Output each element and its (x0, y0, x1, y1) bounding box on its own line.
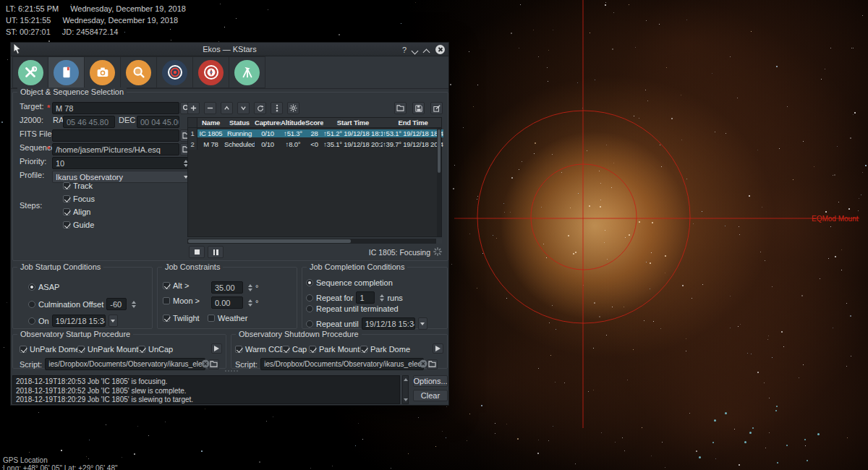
move-job-up-button[interactable] (221, 102, 233, 114)
repeat-until-radio[interactable] (306, 320, 313, 328)
help-button[interactable]: ? (402, 46, 407, 54)
on-datetime-dropdown[interactable] (109, 315, 118, 327)
tab-mount[interactable] (229, 56, 265, 88)
dec-input[interactable]: 00 04 45.00 (137, 116, 179, 128)
culmination-spinbox[interactable]: -60 (106, 298, 127, 310)
ra-input[interactable]: 05 46 45.80 (63, 116, 115, 128)
moon-spinbox[interactable]: 0.00 (211, 296, 243, 309)
shutdown-script-browse-button[interactable] (427, 359, 438, 369)
queue-header-row[interactable]: Name Status Captures Altitude Score Star… (188, 118, 441, 128)
tab-capture[interactable] (85, 56, 121, 88)
sort-jobs-button[interactable] (271, 102, 283, 114)
target-input[interactable]: M 78 (52, 102, 179, 114)
weather-constraint[interactable]: Weather (208, 314, 247, 322)
culmination-radio[interactable] (28, 301, 35, 308)
warm-ccd-option[interactable]: Warm CCD (235, 345, 286, 354)
on-datetime-input[interactable]: 19/12/18 15:34 (52, 315, 106, 327)
options-button[interactable]: Options... (413, 375, 448, 387)
unpark-dome-option[interactable]: UnPark Dome (20, 345, 80, 354)
mosaic-tool-button[interactable] (287, 102, 299, 114)
tab-focus[interactable] (121, 56, 157, 88)
col-name[interactable]: Name (197, 119, 224, 127)
close-button[interactable] (435, 45, 445, 54)
tab-setup[interactable] (12, 56, 48, 88)
col-score[interactable]: Score (305, 119, 323, 127)
startup-script-browse-button[interactable] (208, 359, 219, 369)
remove-job-button[interactable] (204, 102, 216, 114)
on-date-option[interactable]: On 19/12/18 15:34 (28, 315, 118, 327)
move-job-down-button[interactable] (237, 102, 250, 114)
pause-scheduler-button[interactable] (208, 246, 224, 258)
col-captures[interactable]: Captures (255, 119, 281, 127)
splitter-handle[interactable] (217, 370, 246, 373)
run-startup-button[interactable] (211, 343, 222, 354)
tab-align[interactable] (157, 56, 193, 88)
repeat-until-terminated-option[interactable]: Repeat until terminated (306, 304, 399, 313)
guide-checkbox[interactable] (63, 221, 70, 228)
sequence-input[interactable]: /home/jasem/Pictures/HA.esq (52, 143, 179, 155)
park-mount-checkbox[interactable] (309, 346, 316, 353)
repeat-until-option[interactable]: Repeat until 19/12/18 15:34 (306, 317, 427, 330)
on-radio[interactable] (28, 317, 35, 325)
spinner-arrows-icon[interactable] (248, 284, 252, 291)
focus-checkbox[interactable] (63, 195, 70, 202)
repeat-for-option[interactable]: Repeat for 1 runs (306, 291, 403, 304)
step-focus[interactable]: Focus (63, 195, 95, 203)
schedule-queue-table[interactable]: Name Status Captures Altitude Score Star… (187, 117, 442, 237)
altitude-constraint[interactable]: Alt > (163, 281, 189, 290)
shade-up-icon[interactable] (424, 47, 430, 53)
repeat-until-terminated-radio[interactable] (306, 305, 313, 312)
clear-button[interactable]: Clear (413, 390, 448, 401)
shade-down-icon[interactable] (412, 47, 418, 53)
altitude-spinbox[interactable]: 35.00 (211, 281, 243, 294)
run-shutdown-button[interactable] (433, 343, 443, 354)
cap-option[interactable]: Cap (282, 345, 307, 354)
clear-text-icon[interactable] (419, 359, 427, 368)
clear-text-icon[interactable] (201, 359, 210, 368)
open-schedule-button[interactable] (394, 102, 407, 114)
repeat-for-radio[interactable] (306, 294, 313, 302)
priority-spinbox[interactable]: 10 (52, 157, 192, 169)
startup-script-input[interactable]: ies/Dropbox/Documents/Observatory/ikarus… (45, 358, 205, 370)
shutdown-script-input[interactable]: ies/Dropbox/Documents/Observatory/ikarus… (260, 358, 424, 370)
twilight-constraint[interactable]: Twilight (163, 314, 200, 322)
moon-checkbox[interactable] (163, 297, 170, 304)
unpark-mount-checkbox[interactable] (77, 346, 85, 353)
stop-scheduler-button[interactable] (189, 246, 205, 258)
job-row-ic1805[interactable]: 1 IC 1805 Running 0/10 ↑51.3° 28 ↑51.2° … (188, 128, 441, 139)
queue-horizontal-scrollbar[interactable] (187, 239, 442, 244)
repeat-runs-spinbox[interactable]: 1 (356, 291, 375, 304)
step-align[interactable]: Align (63, 208, 90, 216)
sequence-completion-option[interactable]: Sequence completion (306, 278, 393, 287)
spinner-arrows-icon[interactable] (132, 301, 136, 308)
repeat-until-datetime-input[interactable]: 19/12/18 15:34 (362, 317, 415, 330)
unpark-mount-option[interactable]: UnPark Mount (77, 345, 138, 354)
spinner-arrows-icon[interactable] (248, 299, 252, 307)
park-dome-checkbox[interactable] (360, 346, 367, 353)
col-end-time[interactable]: End Time (383, 119, 443, 127)
log-scrollbar[interactable] (402, 375, 409, 404)
titlebar[interactable]: Ekos — KStars ? (11, 43, 448, 56)
sequence-completion-radio[interactable] (306, 279, 313, 286)
queue-vertical-scrollbar[interactable] (437, 128, 441, 236)
uncap-checkbox[interactable] (138, 346, 145, 353)
tab-guide[interactable] (193, 56, 229, 88)
reset-jobs-button[interactable] (254, 102, 266, 114)
cap-checkbox[interactable] (282, 346, 289, 353)
tab-scheduler[interactable] (48, 56, 85, 88)
align-checkbox[interactable] (63, 208, 70, 215)
fits-file-input[interactable] (52, 129, 179, 142)
step-track[interactable]: Track (63, 181, 93, 190)
asap-option[interactable]: ASAP (28, 283, 59, 291)
spinner-arrows-icon[interactable] (380, 294, 384, 302)
step-guide[interactable]: Guide (63, 221, 94, 229)
col-start-time[interactable]: Start Time (323, 119, 383, 127)
col-status[interactable]: Status (224, 119, 255, 127)
warm-ccd-checkbox[interactable] (235, 346, 242, 353)
moon-constraint[interactable]: Moon > (163, 296, 200, 305)
asap-radio[interactable] (28, 283, 35, 291)
scheduler-log[interactable]: 2018-12-19T18:20:53 Job 'IC 1805' is foc… (12, 375, 400, 404)
save-schedule-button[interactable] (412, 102, 425, 114)
col-altitude[interactable]: Altitude (281, 119, 305, 127)
track-checkbox[interactable] (63, 182, 70, 189)
